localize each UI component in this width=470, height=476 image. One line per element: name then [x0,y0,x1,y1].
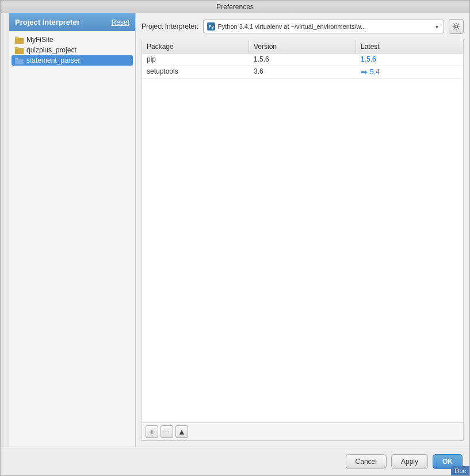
pkg-version-setuptools: 3.6 [249,66,356,78]
pkg-latest-pip: 1.5.6 [356,54,463,65]
table-row[interactable]: pip 1.5.6 1.5.6 [142,54,463,66]
table-header: Package Version Latest [142,40,463,54]
tree-item-label-statement: statement_parser [26,56,80,64]
python-icon: Py [207,22,215,31]
dropdown-arrow-icon: ▾ [433,23,440,30]
interpreter-dropdown[interactable]: Py Python 3.4.1 virtualenv at ~/virtual_… [203,20,444,33]
bottom-bar: Cancel Apply OK Doc [1,447,469,475]
preferences-window: Preferences Project Interpreter Reset [0,0,470,476]
pkg-version-pip: 1.5.6 [249,54,356,65]
title-bar: Preferences [1,1,469,13]
reset-link[interactable]: Reset [112,18,129,26]
interpreter-value: Python 3.4.1 virtualenv at ~/virtual_env… [217,23,433,30]
pkg-name-pip: pip [142,54,249,65]
pkg-latest-setuptools: ➡ 5.4 [356,66,463,78]
svg-rect-3 [15,47,18,49]
interpreter-label: Project Interpreter: [142,22,198,31]
svg-rect-1 [15,37,18,39]
tree-item-label-myfisite: MyFiSite [26,36,54,44]
col-latest: Latest [356,40,463,53]
add-package-button[interactable]: + [146,425,158,438]
left-panel: Project Interpreter Reset MyFiSite [9,13,136,447]
left-panel-header: Project Interpreter Reset [9,13,135,31]
col-version: Version [249,40,356,53]
pkg-name-setuptools: setuptools [142,66,249,78]
left-scrollbar[interactable] [1,13,9,447]
left-panel-title: Project Interpreter [15,18,80,26]
apply-button[interactable]: Apply [391,454,428,469]
window-title: Preferences [216,3,254,11]
right-panel: Project Interpreter: Py Python 3.4.1 vir… [136,13,469,447]
doc-tab[interactable]: Doc [451,466,469,475]
interpreter-row: Project Interpreter: Py Python 3.4.1 vir… [142,19,464,34]
folder-icon-statement [15,56,24,64]
gear-button[interactable] [449,19,464,34]
svg-point-6 [455,25,458,28]
tree-item-statement[interactable]: statement_parser [12,55,133,66]
folder-icon-myfisite [15,36,24,44]
upgrade-package-button[interactable]: ▲ [175,425,188,438]
content-area: Project Interpreter Reset MyFiSite [1,13,469,447]
tree-item-myfisite[interactable]: MyFiSite [12,35,133,45]
update-arrow-icon: ➡ [361,67,368,77]
tree-item-label-quizplus: quizplus_project [26,46,77,54]
col-package: Package [142,40,249,53]
table-body: pip 1.5.6 1.5.6 setuptools 3.6 ➡ 5.4 [142,54,463,422]
svg-rect-5 [15,58,18,60]
pkg-latest-setuptools-value: 5.4 [370,68,380,76]
folder-icon-quizplus [15,46,24,54]
packages-table: Package Version Latest pip 1.5.6 1.5.6 s… [142,40,464,441]
tree-list: MyFiSite quizplus_project [9,31,135,447]
table-toolbar: + − ▲ [142,422,463,440]
tree-item-quizplus[interactable]: quizplus_project [12,45,133,55]
cancel-button[interactable]: Cancel [346,454,387,469]
remove-package-button[interactable]: − [161,425,173,438]
table-row[interactable]: setuptools 3.6 ➡ 5.4 [142,66,463,79]
